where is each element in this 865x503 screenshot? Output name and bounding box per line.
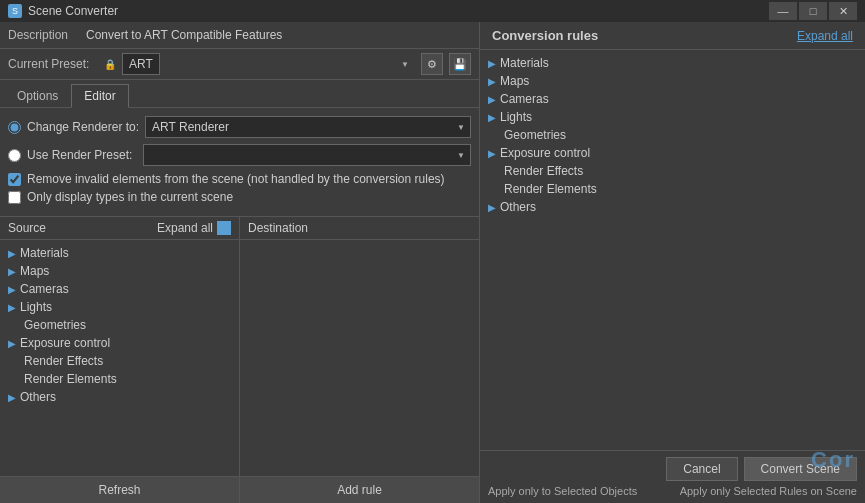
tree-expand-arrow: ▶ — [8, 266, 16, 277]
refresh-button[interactable]: Refresh — [0, 477, 240, 503]
tree-expand-arrow: ▶ — [8, 284, 16, 295]
source-tree-item[interactable]: ▶Exposure control — [0, 334, 239, 352]
conversion-rules-tree-item[interactable]: ▶Maps — [480, 72, 865, 90]
preset-save-button[interactable]: 💾 — [449, 53, 471, 75]
cancel-button[interactable]: Cancel — [666, 457, 737, 481]
source-tree-item[interactable]: ▶Maps — [0, 262, 239, 280]
source-expand-all-label: Expand all — [157, 221, 213, 235]
left-panel: Description Convert to ART Compatible Fe… — [0, 22, 480, 503]
tree-item-label: Cameras — [20, 282, 69, 296]
change-renderer-dropdown-wrapper — [145, 116, 471, 138]
use-render-preset-label: Use Render Preset: — [27, 148, 137, 162]
source-expand-toggle[interactable] — [217, 221, 231, 235]
use-render-preset-radio[interactable] — [8, 149, 21, 162]
tree-expand-arrow: ▶ — [8, 248, 16, 259]
conversion-rules-tree-item[interactable]: ▶Materials — [480, 54, 865, 72]
change-renderer-input[interactable] — [145, 116, 471, 138]
change-renderer-row: Change Renderer to: — [8, 116, 471, 138]
source-tree-item[interactable]: ▶Cameras — [0, 280, 239, 298]
tree-item-label: Render Effects — [24, 354, 103, 368]
conversion-rules-title: Conversion rules — [492, 28, 598, 43]
conversion-rules-tree-item[interactable]: Render Elements — [480, 180, 865, 198]
source-tree-item[interactable]: ▶Materials — [0, 244, 239, 262]
tree-expand-arrow: ▶ — [488, 58, 496, 69]
use-render-preset-input[interactable] — [143, 144, 471, 166]
conversion-rules-tree-item[interactable]: ▶Lights — [480, 108, 865, 126]
tree-expand-arrow: ▶ — [8, 392, 16, 403]
dest-tree — [240, 240, 479, 476]
tree-expand-arrow: ▶ — [8, 338, 16, 349]
watermark: Cor — [811, 447, 855, 473]
tree-item-label: Render Elements — [24, 372, 117, 386]
remove-invalid-row: Remove invalid elements from the scene (… — [8, 172, 471, 186]
tree-item-label: Materials — [500, 56, 549, 70]
conversion-rules-tree-item[interactable]: ▶Cameras — [480, 90, 865, 108]
tab-options[interactable]: Options — [4, 84, 71, 107]
conversion-rules-tree-item[interactable]: Render Effects — [480, 162, 865, 180]
preset-select[interactable]: ART — [122, 53, 160, 75]
tree-item-label: Others — [500, 200, 536, 214]
conversion-rules-tree-item[interactable]: ▶Exposure control — [480, 144, 865, 162]
source-tree: ▶Materials▶Maps▶Cameras▶LightsGeometries… — [0, 240, 239, 476]
tree-expand-arrow: ▶ — [488, 202, 496, 213]
minimize-button[interactable]: — — [769, 2, 797, 20]
remove-invalid-label: Remove invalid elements from the scene (… — [27, 172, 445, 186]
conversion-rules-tree-item[interactable]: ▶Others — [480, 198, 865, 216]
conversion-rules-header: Conversion rules Expand all — [480, 22, 865, 50]
tree-item-label: Lights — [500, 110, 532, 124]
source-tree-item[interactable]: Render Effects — [0, 352, 239, 370]
source-tree-item[interactable]: Geometries — [0, 316, 239, 334]
source-tree-item[interactable]: Render Elements — [0, 370, 239, 388]
dest-header: Destination — [240, 217, 479, 240]
tree-item-label: Render Elements — [504, 182, 597, 196]
tabs-row: Options Editor — [0, 80, 479, 108]
tree-item-label: Render Effects — [504, 164, 583, 178]
source-header: Source Expand all — [0, 217, 239, 240]
tree-expand-arrow: ▶ — [488, 148, 496, 159]
tree-item-label: Geometries — [24, 318, 86, 332]
source-dest-area: Source Expand all ▶Materials▶Maps▶Camera… — [0, 217, 479, 476]
dest-title: Destination — [248, 221, 308, 235]
preset-select-wrapper: ART — [122, 53, 415, 75]
conversion-rules-tree-item[interactable]: Geometries — [480, 126, 865, 144]
description-row: Description Convert to ART Compatible Fe… — [0, 22, 479, 49]
source-expand-all-row: Expand all — [157, 221, 231, 235]
lock-icon: 🔒 — [104, 59, 116, 70]
bottom-buttons: Refresh Add rule — [0, 476, 479, 503]
description-value: Convert to ART Compatible Features — [86, 28, 282, 42]
tree-expand-arrow: ▶ — [488, 76, 496, 87]
tree-item-label: Cameras — [500, 92, 549, 106]
source-panel: Source Expand all ▶Materials▶Maps▶Camera… — [0, 217, 240, 476]
close-button[interactable]: ✕ — [829, 2, 857, 20]
change-renderer-radio[interactable] — [8, 121, 21, 134]
only-display-checkbox[interactable] — [8, 191, 21, 204]
tab-editor[interactable]: Editor — [71, 84, 128, 108]
tree-item-label: Materials — [20, 246, 69, 260]
window-title: Scene Converter — [28, 4, 769, 18]
use-render-preset-row: Use Render Preset: — [8, 144, 471, 166]
description-label: Description — [8, 28, 78, 42]
only-display-row: Only display types in the current scene — [8, 190, 471, 204]
change-renderer-label: Change Renderer to: — [27, 120, 139, 134]
tree-item-label: Geometries — [504, 128, 566, 142]
conversion-rules-expand-all[interactable]: Expand all — [797, 29, 853, 43]
tree-expand-arrow: ▶ — [488, 112, 496, 123]
tree-item-label: Others — [20, 390, 56, 404]
window-controls: — □ ✕ — [769, 2, 857, 20]
footer-action-buttons: Cancel Convert Scene — [488, 457, 857, 481]
tree-item-label: Exposure control — [20, 336, 110, 350]
preset-settings-button[interactable]: ⚙ — [421, 53, 443, 75]
conversion-rules-tree: ▶Materials▶Maps▶Cameras▶LightsGeometries… — [480, 50, 865, 450]
maximize-button[interactable]: □ — [799, 2, 827, 20]
apply-rules-label: Apply only Selected Rules on Scene — [680, 485, 857, 497]
preset-label: Current Preset: — [8, 57, 98, 71]
source-tree-item[interactable]: ▶Others — [0, 388, 239, 406]
dest-panel: Destination — [240, 217, 479, 476]
source-tree-item[interactable]: ▶Lights — [0, 298, 239, 316]
add-rule-button[interactable]: Add rule — [240, 477, 479, 503]
apply-only-selected-label: Apply only to Selected Objects — [488, 485, 637, 497]
main-container: Description Convert to ART Compatible Fe… — [0, 22, 865, 503]
only-display-label: Only display types in the current scene — [27, 190, 233, 204]
remove-invalid-checkbox[interactable] — [8, 173, 21, 186]
right-panel: Conversion rules Expand all ▶Materials▶M… — [480, 22, 865, 503]
